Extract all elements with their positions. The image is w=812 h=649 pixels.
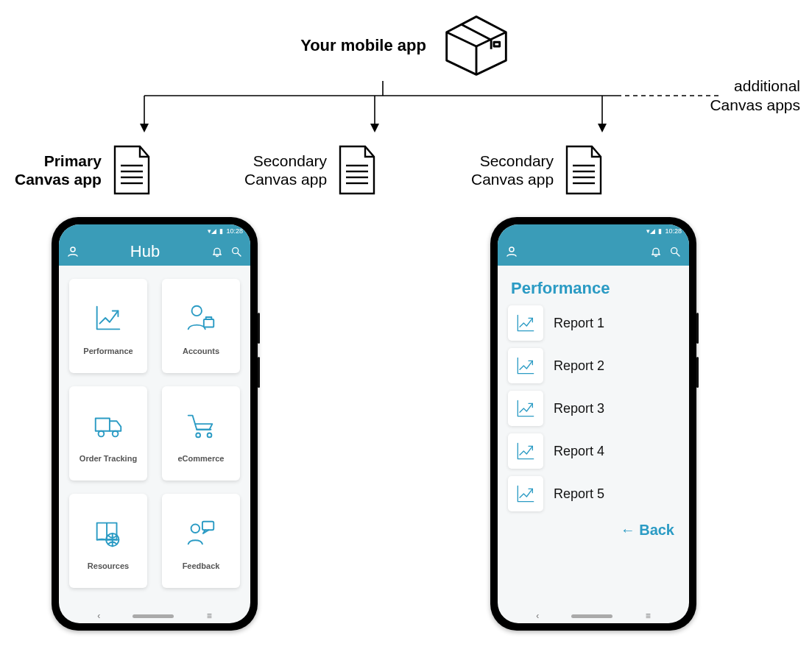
android-nav-bar: ‹ ≡	[498, 609, 689, 623]
app-header: Hub	[59, 238, 250, 266]
chart-up-icon	[508, 476, 543, 511]
svg-point-28	[99, 431, 105, 437]
svg-line-24	[238, 253, 241, 256]
svg-marker-9	[598, 124, 607, 132]
document-icon	[110, 143, 153, 196]
tile-label: eCommerce	[178, 454, 225, 463]
item-label: Report 3	[554, 401, 604, 416]
phone-screen: ▾◢ ▮ 10:28 Perform	[498, 224, 689, 623]
chart-up-icon	[508, 305, 543, 341]
phone-screen: ▾◢ ▮ 10:28 Hub	[59, 224, 250, 623]
truck-icon	[91, 404, 125, 447]
bell-icon[interactable]	[649, 245, 663, 258]
additional-canvas-apps-note: additional Canvas apps	[710, 77, 800, 116]
cart-icon	[184, 404, 218, 447]
secondary-canvas-app-1-label: Secondary Canvas app	[244, 143, 378, 196]
svg-point-25	[192, 306, 202, 316]
performance-content: Performance Report 1 Report 2 Report	[498, 266, 689, 609]
tile-label: Accounts	[183, 347, 219, 355]
svg-point-36	[671, 248, 677, 254]
list-item[interactable]: Report 2	[508, 348, 679, 383]
tile-label: Performance	[83, 347, 133, 355]
section-title: Performance	[511, 279, 679, 298]
item-label: Report 5	[554, 486, 604, 502]
battery-icon: ▮	[658, 227, 662, 235]
status-bar: ▾◢ ▮ 10:28	[59, 224, 250, 238]
signal-icon: ▾◢	[208, 227, 216, 235]
tile-resources[interactable]: Resources	[69, 494, 147, 588]
list-item[interactable]: Report 3	[508, 391, 679, 426]
home-nav-icon[interactable]	[133, 614, 174, 618]
back-nav-icon[interactable]: ‹	[536, 611, 539, 621]
svg-point-29	[113, 431, 119, 437]
svg-point-22	[71, 247, 75, 252]
chart-up-icon	[91, 297, 125, 339]
item-label: Report 4	[554, 444, 604, 459]
signal-icon: ▾◢	[646, 227, 655, 235]
primary-canvas-app-label: Primary Canvas app	[15, 143, 153, 196]
back-button[interactable]: ← Back	[508, 522, 674, 539]
svg-point-23	[233, 248, 239, 254]
document-icon	[336, 143, 378, 196]
svg-marker-8	[370, 124, 379, 132]
svg-point-33	[191, 525, 200, 533]
svg-rect-27	[96, 418, 110, 430]
header-title: Hub	[80, 242, 211, 261]
android-nav-bar: ‹ ≡	[59, 609, 250, 623]
app-header	[498, 238, 689, 266]
tile-label: Order Tracking	[80, 454, 137, 463]
search-icon[interactable]	[668, 245, 682, 258]
back-nav-icon[interactable]: ‹	[97, 611, 100, 621]
book-globe-icon	[91, 511, 125, 554]
hub-content: Performance Accounts Order	[59, 266, 250, 609]
tile-feedback[interactable]: Feedback	[162, 494, 240, 588]
top-section: Your mobile app	[0, 13, 812, 78]
recents-nav-icon[interactable]: ≡	[207, 611, 212, 621]
search-icon[interactable]	[230, 245, 243, 258]
document-icon	[562, 143, 605, 196]
phone-primary-hub: ▾◢ ▮ 10:28 Hub	[52, 217, 258, 631]
chart-up-icon	[508, 391, 543, 426]
tile-performance[interactable]: Performance	[69, 279, 147, 373]
profile-icon[interactable]	[66, 245, 80, 258]
chat-person-icon	[184, 511, 218, 554]
hub-grid: Performance Accounts Order	[69, 274, 240, 588]
svg-line-37	[677, 253, 679, 256]
svg-point-30	[196, 433, 200, 438]
status-time: 10:28	[226, 227, 243, 235]
tile-ecommerce[interactable]: eCommerce	[162, 386, 240, 480]
status-time: 10:28	[665, 227, 682, 235]
item-label: Report 1	[554, 316, 604, 331]
chart-up-icon	[508, 433, 543, 469]
tile-label: Resources	[88, 561, 129, 570]
tile-order-tracking[interactable]: Order Tracking	[69, 386, 147, 480]
list-item[interactable]: Report 5	[508, 476, 679, 511]
tile-accounts[interactable]: Accounts	[162, 279, 240, 373]
list-item[interactable]: Report 4	[508, 433, 679, 469]
svg-point-35	[509, 247, 514, 252]
chart-up-icon	[508, 348, 543, 383]
home-nav-icon[interactable]	[571, 614, 612, 618]
svg-rect-34	[202, 522, 213, 531]
report-list: Report 1 Report 2 Report 3 Report 4	[508, 305, 679, 511]
tile-label: Feedback	[183, 561, 220, 570]
phone-secondary-performance: ▾◢ ▮ 10:28 Perform	[490, 217, 696, 631]
your-mobile-app-label: Your mobile app	[300, 36, 426, 55]
svg-point-31	[208, 433, 212, 438]
svg-marker-7	[140, 124, 149, 132]
recents-nav-icon[interactable]: ≡	[646, 611, 651, 621]
battery-icon: ▮	[219, 227, 223, 235]
svg-rect-26	[204, 319, 213, 327]
secondary-canvas-app-2-label: Secondary Canvas app	[471, 143, 605, 196]
svg-rect-0	[494, 42, 500, 46]
user-briefcase-icon	[184, 297, 218, 339]
list-item[interactable]: Report 1	[508, 305, 679, 341]
status-bar: ▾◢ ▮ 10:28	[498, 224, 689, 238]
architecture-diagram: Your mobile app	[0, 0, 812, 649]
connector-lines	[0, 81, 812, 134]
bell-icon[interactable]	[211, 245, 224, 258]
item-label: Report 2	[554, 358, 604, 374]
package-icon	[441, 13, 512, 78]
profile-icon[interactable]	[505, 245, 518, 258]
phones-row: ▾◢ ▮ 10:28 Hub	[0, 217, 812, 631]
